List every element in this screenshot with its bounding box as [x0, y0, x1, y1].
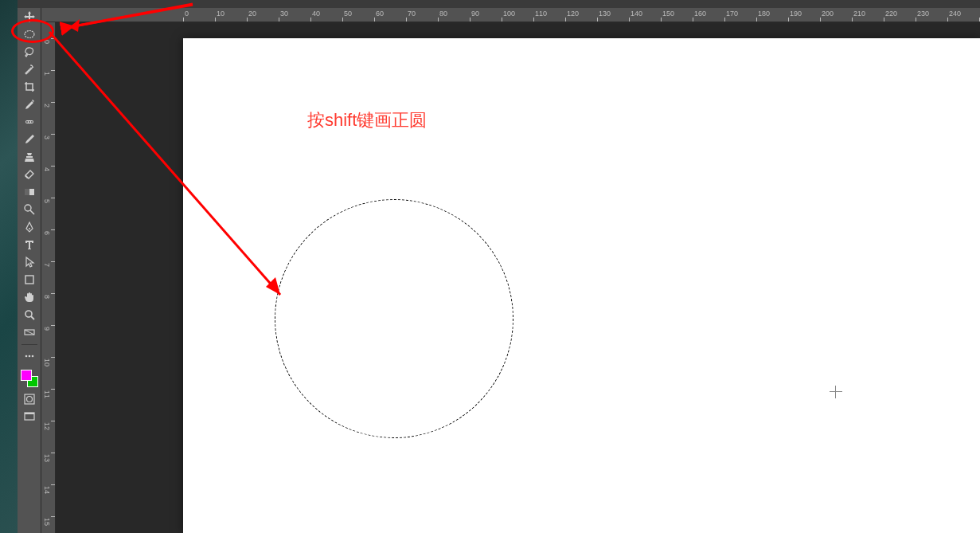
titlebar [18, 0, 980, 8]
dodge-tool[interactable] [18, 201, 41, 218]
svg-point-2 [26, 121, 28, 123]
brush-tool[interactable] [18, 131, 41, 148]
svg-rect-9 [25, 276, 33, 284]
gradient-tool[interactable] [18, 183, 41, 201]
clone-stamp-tool[interactable] [18, 148, 41, 166]
workspace [56, 22, 980, 533]
edit-toolbar[interactable] [18, 347, 41, 365]
shape-tool[interactable] [18, 271, 41, 288]
move-tool[interactable] [18, 8, 41, 25]
svg-point-4 [31, 121, 33, 123]
crop-tool[interactable] [18, 78, 41, 96]
vertical-ruler[interactable]: 0123456789101112131415 [41, 22, 56, 533]
desktop-background [0, 0, 18, 533]
svg-point-8 [29, 228, 30, 229]
svg-rect-19 [25, 413, 34, 414]
svg-line-12 [25, 330, 34, 335]
svg-point-14 [29, 355, 31, 358]
svg-point-7 [25, 205, 31, 211]
eyedropper-tool[interactable] [18, 96, 41, 113]
foreground-color[interactable] [21, 370, 32, 381]
separator [18, 341, 41, 347]
svg-point-10 [25, 311, 32, 317]
zoom-tool[interactable] [18, 306, 41, 323]
svg-point-17 [27, 397, 33, 402]
quick-mask-toggle[interactable] [18, 390, 41, 408]
lasso-tool[interactable] [18, 43, 41, 61]
spot-heal-tool[interactable] [18, 113, 41, 131]
type-tool[interactable] [18, 236, 41, 253]
svg-rect-16 [25, 394, 34, 404]
hand-tool[interactable] [18, 288, 41, 306]
pen-tool[interactable] [18, 218, 41, 236]
elliptical-marquee-tool[interactable] [18, 25, 41, 43]
screen-mode[interactable] [18, 408, 41, 425]
horizontal-ruler[interactable]: 0102030405060708090100110120130140150160… [41, 8, 980, 22]
elliptical-selection [275, 199, 513, 438]
svg-point-3 [29, 121, 30, 123]
eraser-tool[interactable] [18, 166, 41, 183]
magic-wand-tool[interactable] [18, 61, 41, 78]
ellipse-tool[interactable] [18, 323, 41, 341]
photoshop-window: 0102030405060708090100110120130140150160… [18, 0, 980, 533]
svg-point-15 [32, 355, 34, 358]
svg-point-13 [25, 355, 28, 358]
svg-rect-6 [25, 189, 29, 195]
svg-point-0 [25, 31, 34, 38]
toolbox [18, 8, 41, 533]
annotation-text: 按shift键画正圆 [307, 108, 427, 132]
path-selection-tool[interactable] [18, 253, 41, 271]
color-swatches[interactable] [18, 370, 41, 390]
